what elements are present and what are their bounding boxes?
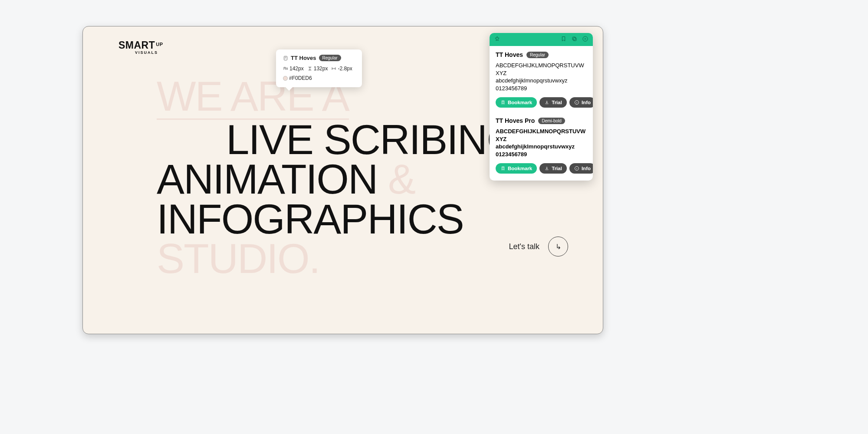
tooltip-font-size: 142px xyxy=(283,66,304,72)
panel-header xyxy=(490,33,593,46)
font-weight-badge: Demi-bold xyxy=(538,118,565,124)
logo-sup: UP xyxy=(156,42,163,47)
arrow-icon: ↳ xyxy=(548,237,568,256)
logo-sub: VISUALS xyxy=(135,50,163,55)
bookmark-button[interactable]: Bookmark xyxy=(496,163,537,174)
extension-logo-icon[interactable] xyxy=(494,36,500,43)
color-swatch-icon xyxy=(283,76,288,81)
download-icon xyxy=(544,100,549,105)
font-size-icon xyxy=(283,66,288,71)
tooltip-weight-badge: Regular xyxy=(319,55,341,61)
bookmark-button[interactable]: Bookmark xyxy=(496,97,537,108)
tooltip-letter-spacing: -2.8px xyxy=(331,66,352,72)
brand-logo[interactable]: SMARTUP VISUALS xyxy=(118,39,163,55)
copy-icon[interactable] xyxy=(571,36,578,43)
tooltip-line-height: 132px xyxy=(307,66,328,72)
bookmark-plus-icon xyxy=(500,100,506,105)
font-file-icon xyxy=(283,56,288,61)
lets-talk-label: Let's talk xyxy=(509,242,539,251)
download-icon xyxy=(544,166,549,171)
hero-line-4: INFOGRAPHICS xyxy=(157,199,591,239)
tooltip-color: #F0DED6 xyxy=(283,75,312,81)
font-name: TT Hoves Pro xyxy=(496,117,535,124)
info-icon xyxy=(574,166,579,171)
trial-button[interactable]: Trial xyxy=(539,163,567,174)
info-icon xyxy=(574,100,579,105)
line-height-icon xyxy=(307,66,312,71)
trial-button[interactable]: Trial xyxy=(539,97,567,108)
bookmark-icon[interactable] xyxy=(560,36,567,43)
logo-brand: SMART xyxy=(118,39,155,51)
font-block-0: TT Hoves Regular ABCDEFGHIJKLMNOPQRSTUVW… xyxy=(496,51,587,108)
bookmark-plus-icon xyxy=(500,166,506,171)
font-weight-badge: Regular xyxy=(526,52,549,58)
lets-talk-cta[interactable]: Let's talk ↳ xyxy=(509,237,568,256)
info-button[interactable]: Info xyxy=(569,163,593,174)
font-inspector-tooltip: TT Hoves Regular 142px 132px -2.8px #F0D… xyxy=(276,49,362,87)
font-name: TT Hoves xyxy=(496,51,523,58)
letter-spacing-icon xyxy=(331,66,336,71)
tooltip-font-name: TT Hoves xyxy=(291,55,316,61)
svg-rect-1 xyxy=(573,38,576,41)
close-icon[interactable] xyxy=(582,36,589,43)
font-sample: ABCDEFGHIJKLMNOPQRSTUVWXYZ abcdefghijklm… xyxy=(496,62,587,92)
font-inspector-panel: TT Hoves Regular ABCDEFGHIJKLMNOPQRSTUVW… xyxy=(490,33,593,181)
font-block-1: TT Hoves Pro Demi-bold ABCDEFGHIJKLMNOPQ… xyxy=(496,117,587,174)
svg-rect-2 xyxy=(572,37,575,40)
font-sample: ABCDEFGHIJKLMNOPQRSTUVWXYZ abcdefghijklm… xyxy=(496,128,587,158)
panel-body: TT Hoves Regular ABCDEFGHIJKLMNOPQRSTUVW… xyxy=(490,46,593,181)
info-button[interactable]: Info xyxy=(569,97,593,108)
